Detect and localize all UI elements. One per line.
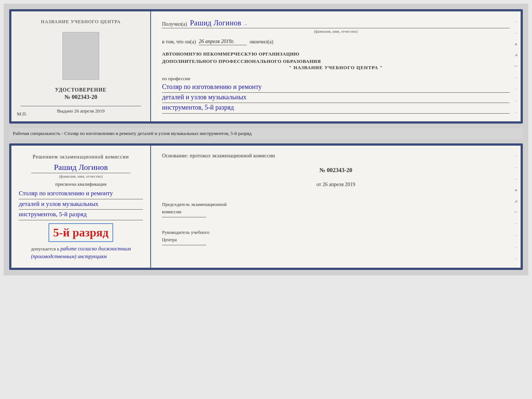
fio-subtitle: (фамилия, имя, отчество) [31,173,130,178]
udostoverenie-label: УДОСТОВЕРЕНИЕ [55,87,107,93]
org-line1: АВТОНОМНУЮ НЕКОММЕРЧЕСКУЮ ОРГАНИЗАЦИЮ [162,50,510,58]
dopuskaetsya-handwritten2: (производственным) инструкциям [31,254,107,259]
protocol-date-value: 26 апреля 2019 [323,182,355,187]
top-center-title: НАЗВАНИЕ УЧЕБНОГО ЦЕНТРА [41,19,121,25]
razryad-box: 5-й разряд [48,223,113,242]
date-value: 26 апреля 2019г. [199,39,247,45]
director-sig-line [162,245,206,245]
profession-line3: инструментов, 5-й разряд [162,103,510,113]
cert-number-value: 002343-20 [72,94,97,100]
org-line2: ДОПОЛНИТЕЛЬНОГО ПРОФЕССИОНАЛЬНОГО ОБРАЗО… [162,58,510,65]
prisvoena-label: присвоена квалификация [55,181,106,187]
chairman-label: Председатель экзаменационной [162,201,510,208]
photo-placeholder [62,32,99,80]
bottom-doc-right-panel: Основание: протокол экзаменационной коми… [151,146,521,268]
signature-line-top [21,106,141,106]
cert-number-prefix: № [64,94,70,100]
qualification-line3: инструментов, 5-й разряд [19,210,143,220]
protocol-date-prefix: от [316,182,321,187]
page-container: НАЗВАНИЕ УЧЕБНОГО ЦЕНТРА УДОСТОВЕРЕНИЕ №… [4,4,528,275]
protocol-number-prefix: № [319,167,325,173]
right-dashes-top: – – и ,а ‹– – – – – [514,11,518,121]
cert-number: № 002343-20 [55,94,107,100]
director-block: Руководитель учебного Центра [162,229,510,247]
org-name-quoted: " НАЗВАНИЕ УЧЕБНОГО ЦЕНТРА " [162,65,510,71]
profession-label: по профессии [162,76,510,82]
chairman-label2: комиссии [162,208,510,215]
chairman-sig-line [162,217,206,217]
director-label2: Центра [162,236,510,243]
profession-line2: деталей и узлов музыкальных [162,93,510,103]
udostoverenie-block: УДОСТОВЕРЕНИЕ № 002343-20 [55,83,107,100]
right-dashes-bottom: – – – и ,а ‹– – – – – [514,146,518,268]
vydano-date: 26 апреля 2019 [74,108,105,114]
chairman-block: Председатель экзаменационной комиссии [162,201,510,219]
decision-title: Решением экзаменационной комиссии [33,153,129,161]
mp-label: М.П. [17,111,27,117]
org-block: АВТОНОМНУЮ НЕКОММЕРЧЕСКУЮ ОРГАНИЗАЦИЮ ДО… [162,50,510,71]
dopuskaetsya-handwritten: работе согласно должностным [61,246,131,252]
protocol-number-value: 002343-20 [327,167,352,173]
recipient-block: Получил(а) Рашид Логинов – (фамилия, имя… [162,19,510,33]
top-doc-left-panel: НАЗВАНИЕ УЧЕБНОГО ЦЕНТРА УДОСТОВЕРЕНИЕ №… [11,11,151,121]
recipient-subtitle: (фамилия, имя, отчество) [162,29,510,33]
dopuskaetsya-prefix: допускается к [31,246,59,252]
date-suffix: окончил(а) [249,39,273,45]
date-line: в том, что он(а) 26 апреля 2019г. окончи… [162,39,510,45]
protocol-number: № 002343-20 [162,167,510,174]
top-doc-right-panel: Получил(а) Рашид Логинов – (фамилия, имя… [151,11,521,121]
dopuskaetsya-text: допускается к работе согласно должностны… [31,245,131,260]
qualification-block: Столяр по изготовлению и ремонту деталей… [19,189,143,220]
recipient-name: Рашид Логинов [190,19,241,27]
profession-block: по профессии Столяр по изготовлению и ре… [162,76,510,114]
profession-line1: Столяр по изготовлению и ремонту [162,82,510,93]
protocol-date: от 26 апреля 2019 [162,182,510,188]
recipient-dash: – [244,21,247,27]
qualification-line1: Столяр по изготовлению и ремонту [19,189,143,199]
vydano-label: Выдано [57,108,73,114]
bottom-document-card: Решением экзаменационной комиссии Рашид … [9,143,523,270]
bottom-doc-left-panel: Решением экзаменационной комиссии Рашид … [11,146,151,268]
osnov-label: Основание: протокол экзаменационной коми… [162,153,510,159]
decision-name: Рашид Логинов [54,163,108,172]
recipient-line: Получил(а) Рашид Логинов – [162,19,510,28]
date-prefix: в том, что он(а) [162,39,196,45]
qualification-line2: деталей и узлов музыкальных [19,199,143,210]
recipient-prefix: Получил(а) [162,21,187,27]
separator-content: Рабочая специальность - Столяр по изгото… [13,131,252,136]
director-label: Руководитель учебного [162,229,510,236]
vydano-line: Выдано 26 апреля 2019 [57,108,104,114]
razryad-number: 5-й разряд [53,226,108,239]
top-document-card: НАЗВАНИЕ УЧЕБНОГО ЦЕНТРА УДОСТОВЕРЕНИЕ №… [9,9,523,124]
separator-text: Рабочая специальность - Столяр по изгото… [9,128,523,139]
